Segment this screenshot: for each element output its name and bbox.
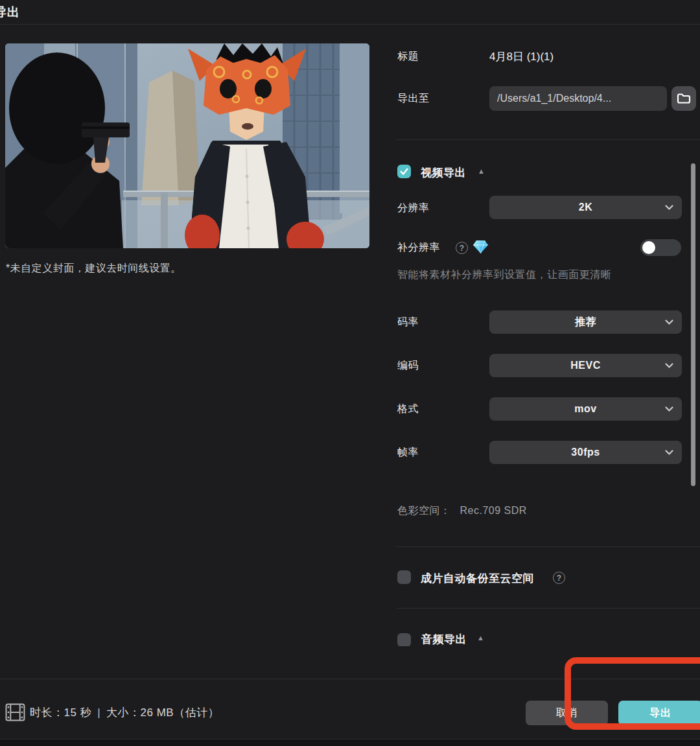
section-divider — [397, 139, 700, 140]
chevron-down-icon — [665, 320, 673, 325]
chevron-down-icon — [665, 363, 673, 368]
export-summary: 时长：15 秒|大小：26 MB（估计） — [30, 705, 219, 720]
scrollbar-thumb[interactable] — [691, 163, 695, 486]
bitrate-dropdown[interactable]: 推荐 — [489, 310, 682, 334]
toggle-knob — [642, 241, 655, 254]
section-divider — [397, 546, 700, 547]
chevron-down-icon — [665, 406, 673, 412]
audio-export-collapse-icon[interactable]: ▲ — [477, 634, 484, 642]
resolution-value: 2K — [579, 202, 592, 213]
super-resolution-help-icon[interactable]: ? — [456, 242, 468, 254]
summary-separator: | — [97, 706, 100, 719]
resolution-label: 分辨率 — [397, 202, 430, 215]
title-label: 标题 — [397, 50, 419, 64]
format-value: mov — [574, 403, 596, 415]
folder-icon — [677, 93, 691, 104]
export-dialog: 导出 — [0, 0, 700, 746]
video-export-checkbox[interactable] — [397, 165, 411, 178]
codec-value: HEVC — [570, 360, 600, 371]
audio-export-label: 音频导出 — [421, 632, 467, 646]
export-to-label: 导出至 — [397, 92, 430, 106]
size-label: 大小： — [106, 706, 141, 719]
framerate-dropdown[interactable]: 30fps — [489, 441, 682, 464]
audio-export-row: 音频导出 ▲ — [397, 631, 669, 646]
film-strip-icon — [5, 703, 25, 721]
format-label: 格式 — [397, 402, 419, 416]
export-button[interactable]: 导出 — [618, 701, 700, 725]
cancel-button[interactable]: 取消 — [526, 701, 608, 725]
framerate-label: 帧率 — [397, 446, 419, 460]
framerate-value: 30fps — [571, 447, 600, 458]
color-space-value: Rec.709 SDR — [460, 505, 527, 516]
chevron-down-icon — [665, 205, 673, 210]
bitrate-label: 码率 — [397, 316, 419, 329]
super-resolution-label: 补分辨率 — [397, 241, 440, 255]
duration-value: 15 秒 — [64, 706, 92, 719]
format-dropdown[interactable]: mov — [489, 397, 682, 421]
cover-note: *未自定义封面，建议去时间线设置。 — [6, 262, 181, 275]
browse-folder-button[interactable] — [671, 86, 696, 111]
codec-dropdown[interactable]: HEVC — [489, 354, 682, 377]
video-export-collapse-icon[interactable]: ▲ — [478, 167, 485, 175]
export-path-input[interactable]: /Users/a1_1/Desktop/4... — [489, 86, 667, 111]
cloud-backup-label: 成片自动备份至云空间 — [421, 571, 534, 586]
vip-diamond-icon — [472, 240, 489, 254]
duration-label: 时长： — [30, 706, 64, 719]
video-preview-thumbnail[interactable] — [5, 43, 369, 248]
color-space-row: 色彩空间：Rec.709 SDR — [397, 504, 527, 518]
resolution-dropdown[interactable]: 2K — [489, 196, 682, 219]
audio-export-checkbox[interactable] — [397, 633, 411, 646]
chevron-down-icon — [665, 450, 673, 455]
dialog-title: 导出 — [0, 4, 20, 21]
bottom-edge-strip — [0, 739, 700, 746]
size-value: 26 MB（估计） — [141, 706, 220, 719]
bitrate-value: 推荐 — [575, 316, 596, 329]
footer-divider — [0, 679, 700, 679]
cloud-backup-checkbox[interactable] — [397, 570, 411, 584]
super-resolution-description: 智能将素材补分辨率到设置值，让画面更清晰 — [397, 268, 611, 282]
cloud-backup-help-icon[interactable]: ? — [553, 572, 565, 584]
super-resolution-toggle[interactable] — [640, 239, 681, 256]
section-divider — [397, 608, 700, 609]
color-space-label: 色彩空间： — [397, 505, 451, 516]
header-divider — [0, 24, 700, 25]
video-export-label: 视频导出 — [421, 165, 466, 180]
title-value[interactable]: 4月8日 (1)(1) — [489, 49, 554, 64]
export-path-value: /Users/a1_1/Desktop/4... — [497, 93, 611, 104]
check-icon — [399, 167, 409, 176]
codec-label: 编码 — [397, 359, 419, 373]
preview-scene-art — [5, 43, 369, 248]
